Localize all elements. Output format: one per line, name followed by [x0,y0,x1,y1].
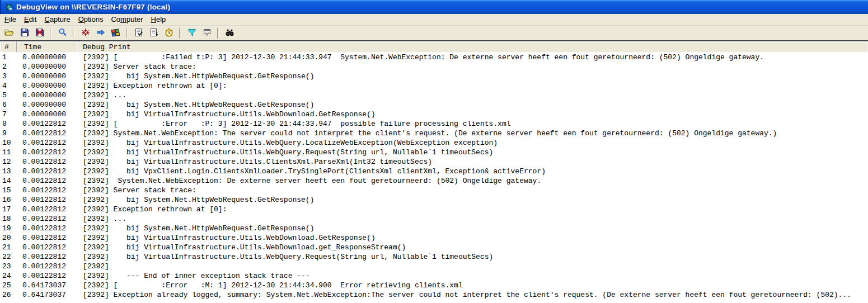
column-header-time[interactable]: Time [17,42,78,52]
log-row-time: 0.00122812 [17,253,78,262]
open-log-button[interactable] [2,27,17,40]
menu-computer[interactable]: Computer [107,14,147,25]
log-row[interactable]: 90.00122812[2392] System.Net.WebExceptio… [0,129,868,139]
log-row[interactable]: 170.00122812[2392] Exception rethrown at… [0,205,868,215]
column-header-number[interactable]: # [0,42,17,52]
log-row-debug-print: [2392] bij VirtualInfrastructure.Utils.W… [78,243,868,253]
log-row-number: 18 [0,215,17,224]
log-row-debug-print: [2392] Exception rethrown at [0]: [78,82,868,91]
log-row[interactable]: 180.00122812[2392] ... [0,215,868,224]
log-row[interactable]: 250.64173037[2392] [ :Error :M: 1] 2012-… [0,281,868,291]
log-row-number: 8 [0,120,17,129]
log-row[interactable]: 10.00000000[2392] [ :Failed t:P: 3] 2012… [0,53,868,63]
log-row-number: 22 [0,253,17,262]
log-row-debug-print: [2392] Exception rethrown at [0]: [78,205,868,215]
log-row[interactable]: 200.00122812[2392] bij VirtualInfrastruc… [0,234,868,243]
log-row[interactable]: 150.00122812[2392] Server stack trace: [0,186,868,196]
log-row-time: 0.00122812 [17,196,78,205]
capture-button[interactable] [55,27,70,40]
find-icon [225,28,234,39]
log-row[interactable]: 40.00000000[2392] Exception rethrown at … [0,82,868,91]
log-row[interactable]: 240.00122812[2392] --- End of inner exce… [0,272,868,281]
log-row-time: 0.00122812 [17,148,78,158]
log-row-number: 9 [0,129,17,139]
log-row-debug-print: [2392] bij VirtualInfrastructure.Utils.C… [78,158,868,167]
titlebar[interactable]: DebugView on \\REVERSIN-F67F97 (local) [0,0,868,14]
menu-options[interactable]: Options [74,14,107,25]
autoscroll-button[interactable] [146,27,161,40]
clock-time-icon [165,28,173,39]
debugview-app-icon [4,3,13,12]
log-row[interactable]: 260.64173037[2392] Exception already log… [0,291,868,300]
log-row-number: 24 [0,272,17,281]
save-log-button[interactable] [17,27,32,40]
open-log-icon [4,28,15,39]
log-row-debug-print: [2392] bij VirtualInfrastructure.Utils.W… [78,234,868,243]
log-row-time: 0.00122812 [17,139,78,148]
capture-icon [58,28,67,39]
log-row[interactable]: 120.00122812[2392] bij VirtualInfrastruc… [0,158,868,167]
log-row[interactable]: 220.00122812[2392] bij VirtualInfrastruc… [0,253,868,262]
menu-edit[interactable]: Edit [20,14,40,25]
log-row-debug-print: [2392] bij VpxClient.Login.ClientsXmlLoa… [78,167,868,177]
log-row[interactable]: 60.00000000[2392] bij System.Net.HttpWeb… [0,101,868,110]
log-row-debug-print: [2392] bij VirtualInfrastructure.Utils.W… [78,253,868,262]
log-row-time: 0.64173037 [17,291,78,300]
log-row-number: 1 [0,53,17,63]
log-row-time: 0.00000000 [17,91,78,101]
log-row[interactable]: 190.00122812[2392] bij System.Net.HttpWe… [0,224,868,234]
menubar: FileEditCaptureOptionsComputerHelp [0,14,868,26]
log-row-time: 0.00122812 [17,272,78,281]
log-row-debug-print: [2392] bij System.Net.HttpWebRequest.Get… [78,196,868,205]
toolbar-separator [217,28,219,39]
log-row-time: 0.00122812 [17,234,78,243]
log-row[interactable]: 160.00122812[2392] bij System.Net.HttpWe… [0,196,868,205]
menu-help[interactable]: Help [147,14,170,25]
log-row-debug-print: [2392] Server stack trace: [78,63,868,72]
log-row[interactable]: 50.00000000[2392] ... [0,91,868,101]
toolbar-separator [179,28,181,39]
document-check-button[interactable] [131,27,146,40]
log-row[interactable]: 130.00122812[2392] bij VpxClient.Login.C… [0,167,868,177]
log-row-time: 0.00122812 [17,262,78,272]
log-row-debug-print: [2392] System.Net.WebException: The serv… [78,129,868,139]
log-row[interactable]: 110.00122812[2392] bij VirtualInfrastruc… [0,148,868,158]
log-row-number: 11 [0,148,17,158]
log-row[interactable]: 210.00122812[2392] bij VirtualInfrastruc… [0,243,868,253]
log-row-debug-print: [2392] [ :Failed t:P: 3] 2012-12-30 21:4… [78,53,868,63]
log-row[interactable]: 20.00000000[2392] Server stack trace: [0,63,868,72]
menu-capture[interactable]: Capture [40,14,74,25]
log-row-time: 0.00122812 [17,186,78,196]
clock-time-button[interactable] [161,27,176,40]
log-row[interactable]: 80.00122812[2392] [ :Error :P: 3] 2012-1… [0,120,868,129]
log-row-number: 26 [0,291,17,300]
passthrough-button[interactable] [93,27,108,40]
log-row-debug-print: [2392] bij System.Net.HttpWebRequest.Get… [78,101,868,110]
log-row-time: 0.00122812 [17,224,78,234]
menu-file[interactable]: File [1,14,20,25]
find-button[interactable] [222,27,237,40]
log-row[interactable]: 230.00122812[2392] [0,262,868,272]
close-log-button[interactable] [32,27,47,40]
log-row-time: 0.00122812 [17,120,78,129]
log-row-debug-print: [2392] [78,262,868,272]
log-row[interactable]: 100.00122812[2392] bij VirtualInfrastruc… [0,139,868,148]
capture-kernel-button[interactable] [78,27,93,40]
filter-icon [187,28,196,39]
column-header-debug-print[interactable]: Debug Print [78,42,868,52]
log-row-debug-print: [2392] Exception already logged, summary… [78,291,868,300]
filter-button[interactable] [184,27,199,40]
log-row-number: 6 [0,101,17,110]
log-row[interactable]: 30.00000000[2392] bij System.Net.HttpWeb… [0,72,868,82]
capture-win32-button[interactable] [108,27,123,40]
passthrough-icon [96,28,105,39]
log-row-debug-print: [2392] ... [78,215,868,224]
log-row[interactable]: 140.00122812[2392] System.Net.WebExcepti… [0,177,868,186]
log-row[interactable]: 70.00000000[2392] bij VirtualInfrastruct… [0,110,868,120]
log-row-time: 0.64173037 [17,281,78,291]
log-row-number: 20 [0,234,17,243]
log-row-number: 4 [0,82,17,91]
log-row-time: 0.00000000 [17,110,78,120]
history-depth-button[interactable] [199,27,214,40]
toolbar-separator [126,28,128,39]
